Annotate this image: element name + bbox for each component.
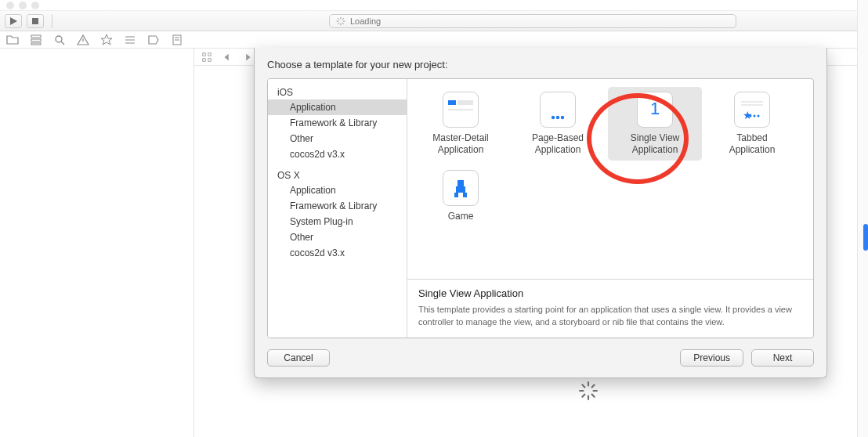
template-category-list: iOS Application Framework & Library Othe… <box>268 79 407 338</box>
issue-navigator-icon[interactable] <box>77 34 89 46</box>
svg-rect-32 <box>458 100 473 105</box>
main-area: Choose a template for your new project: … <box>0 49 868 437</box>
run-button[interactable] <box>5 14 22 28</box>
template-label: Single ViewApplication <box>611 132 699 156</box>
template-label: Master-DetailApplication <box>417 132 505 156</box>
zoom-window-icon[interactable] <box>31 2 39 9</box>
scrollbar-thumb[interactable] <box>863 224 868 251</box>
template-game[interactable]: Game <box>414 165 508 227</box>
svg-line-54 <box>582 395 584 397</box>
sheet-footer: Cancel Previous Next <box>267 349 814 367</box>
find-navigator-icon[interactable] <box>53 34 66 46</box>
svg-point-13 <box>56 36 62 42</box>
spinner-icon <box>336 16 345 26</box>
back-icon[interactable] <box>221 51 233 63</box>
category-header-osx: OS X <box>268 167 407 182</box>
svg-rect-12 <box>31 43 41 45</box>
next-button[interactable]: Next <box>751 349 814 367</box>
category-item-osx-framework[interactable]: Framework & Library <box>268 198 407 214</box>
symbol-navigator-icon[interactable] <box>30 34 42 46</box>
svg-rect-26 <box>208 52 212 56</box>
svg-rect-44 <box>458 180 464 186</box>
breakpoint-navigator-icon[interactable] <box>147 34 160 46</box>
loading-spinner-icon <box>578 381 599 401</box>
toolbar-separator <box>52 14 52 28</box>
svg-marker-21 <box>149 36 158 44</box>
template-grid: Master-DetailApplication Page-BasedAppli… <box>407 79 813 279</box>
svg-rect-45 <box>456 186 465 193</box>
svg-point-36 <box>561 116 564 119</box>
svg-marker-29 <box>225 53 229 60</box>
svg-rect-11 <box>31 39 41 42</box>
activity-viewer: Loading <box>329 14 736 28</box>
svg-point-42 <box>754 115 756 117</box>
sheet-title: Choose a template for your new project: <box>267 59 814 70</box>
category-item-osx-application[interactable]: Application <box>268 182 407 198</box>
svg-rect-27 <box>203 58 206 61</box>
right-scroll-gutter <box>857 0 868 437</box>
navigator-selector-bar <box>0 31 868 49</box>
svg-marker-17 <box>101 34 112 45</box>
template-description-text: This template provides a starting point … <box>418 304 802 328</box>
template-single-view[interactable]: 1 Single ViewApplication <box>608 87 702 161</box>
category-item-osx-cocos2d[interactable]: cocos2d v3.x <box>268 245 407 261</box>
single-view-icon: 1 <box>637 92 673 128</box>
svg-marker-30 <box>246 53 250 60</box>
category-item-ios-framework[interactable]: Framework & Library <box>268 115 407 131</box>
svg-rect-31 <box>448 100 456 105</box>
svg-line-14 <box>61 42 64 45</box>
template-label: Game <box>417 211 505 222</box>
related-items-icon[interactable] <box>201 51 213 63</box>
svg-line-8 <box>338 23 338 23</box>
svg-line-5 <box>342 23 343 23</box>
report-navigator-icon[interactable] <box>171 34 183 46</box>
stop-button[interactable] <box>27 14 44 28</box>
category-item-ios-other[interactable]: Other <box>268 131 407 146</box>
svg-point-35 <box>556 116 559 119</box>
svg-marker-0 <box>10 17 17 25</box>
svg-point-41 <box>750 115 752 117</box>
debug-navigator-icon[interactable] <box>124 34 136 46</box>
master-detail-icon <box>443 92 479 128</box>
template-page-based[interactable]: Page-BasedApplication <box>511 87 605 161</box>
svg-line-50 <box>582 385 584 387</box>
svg-text:1: 1 <box>650 99 660 118</box>
cancel-button[interactable]: Cancel <box>267 349 330 367</box>
category-header-ios: iOS <box>268 84 407 99</box>
template-tabbed[interactable]: ★ TabbedApplication <box>705 87 799 161</box>
svg-rect-25 <box>203 52 206 56</box>
page-based-icon <box>540 92 576 128</box>
category-item-ios-cocos2d[interactable]: cocos2d v3.x <box>268 146 407 162</box>
svg-line-51 <box>592 395 595 397</box>
svg-point-43 <box>758 115 760 117</box>
svg-rect-47 <box>463 193 467 197</box>
svg-rect-1 <box>32 18 38 24</box>
previous-button[interactable]: Previous <box>680 349 743 367</box>
minimize-window-icon[interactable] <box>19 2 27 9</box>
svg-rect-10 <box>31 35 41 38</box>
test-navigator-icon[interactable] <box>100 34 113 46</box>
svg-rect-46 <box>454 193 458 197</box>
template-label: TabbedApplication <box>708 132 796 156</box>
new-project-sheet: Choose a template for your new project: … <box>254 48 827 378</box>
editor-pane: Choose a template for your new project: … <box>194 49 868 437</box>
svg-point-34 <box>552 116 555 119</box>
project-navigator-icon[interactable] <box>6 34 19 46</box>
template-description: Single View Application This template pr… <box>407 279 813 338</box>
template-master-detail[interactable]: Master-DetailApplication <box>414 87 508 161</box>
template-description-title: Single View Application <box>418 287 802 299</box>
close-window-icon[interactable] <box>6 2 14 9</box>
category-item-ios-application[interactable]: Application <box>268 99 407 115</box>
navigator-pane <box>0 49 194 437</box>
forward-icon[interactable] <box>241 51 254 63</box>
main-toolbar: Loading <box>0 11 868 31</box>
category-item-osx-systemplugin[interactable]: System Plug-in <box>268 214 407 229</box>
category-item-osx-other[interactable]: Other <box>268 229 407 245</box>
svg-rect-28 <box>208 58 212 61</box>
svg-line-9 <box>342 18 343 19</box>
activity-text: Loading <box>350 16 381 26</box>
template-label: Page-BasedApplication <box>514 132 602 156</box>
svg-line-4 <box>338 18 338 19</box>
tabbed-icon: ★ <box>734 92 770 128</box>
window-titlebar <box>0 0 868 11</box>
